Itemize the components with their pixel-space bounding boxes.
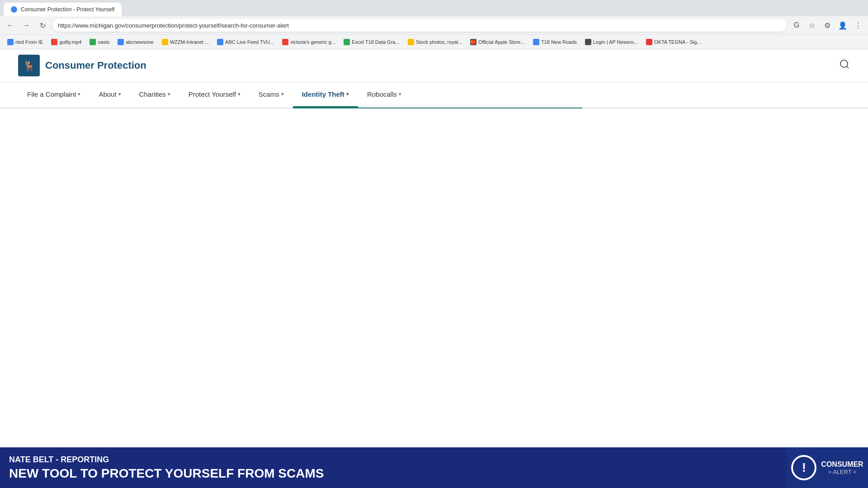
forward-button[interactable]: → xyxy=(20,19,33,32)
bookmark-favicon xyxy=(90,39,96,45)
bookmarks-bar: rted From IE guilty.mp4 oasis abcnewsone… xyxy=(0,34,868,49)
search-button[interactable] xyxy=(839,59,850,72)
bookmark-label: guilty.mp4 xyxy=(59,39,81,45)
bookmark-item[interactable]: Stock photos, royal... xyxy=(404,38,466,47)
nav-label: Scams xyxy=(259,90,279,98)
nav-label: Charities xyxy=(139,90,166,98)
nav-label: Robocalls xyxy=(367,90,397,98)
site-nav: File a Complaint ▾ About ▾ Charities ▾ P… xyxy=(0,82,868,108)
nav-item-charities[interactable]: Charities ▾ xyxy=(130,82,179,108)
bookmark-label: Login | AP Newsro... xyxy=(593,39,638,45)
nav-item-file-a-complaint[interactable]: File a Complaint ▾ xyxy=(18,82,90,108)
bookmark-label: oasis xyxy=(98,39,109,45)
chevron-down-icon: ▾ xyxy=(281,91,284,97)
nav-list: File a Complaint ▾ About ▾ Charities ▾ P… xyxy=(18,82,850,108)
bookmark-item[interactable]: Excel T18 Data Gra... xyxy=(340,38,403,47)
bookmark-label: Stock photos, royal... xyxy=(416,39,462,45)
toolbar-right: G ☆ ⚙ 👤 ⋮ xyxy=(790,19,864,32)
browser-tab-active[interactable]: Consumer Protection - Protect Yourself xyxy=(4,3,122,16)
nav-label: About xyxy=(99,90,116,98)
identity-theft-dropdown: Identity Theft Go to Identity Theft › Pr… xyxy=(293,108,582,108)
bookmark-label: rted From IE xyxy=(15,39,43,45)
bookmark-item[interactable]: rted From IE xyxy=(4,38,47,47)
bookmark-label: Official Apple Store... xyxy=(478,39,525,45)
bookmark-favicon xyxy=(282,39,288,45)
nav-link-file-a-complaint[interactable]: File a Complaint ▾ xyxy=(18,82,90,106)
bookmark-label: T18 New Roads xyxy=(541,39,577,45)
nav-item-identity-theft[interactable]: Identity Theft ▾ Identity Theft Go to Id… xyxy=(293,82,358,108)
bookmark-item[interactable]: oasis xyxy=(86,38,113,47)
bookmark-label: Excel T18 Data Gra... xyxy=(352,39,400,45)
nav-item-robocalls[interactable]: Robocalls ▾ xyxy=(358,82,410,108)
profile-icon[interactable]: 👤 xyxy=(836,19,849,32)
nav-item-protect-yourself[interactable]: Protect Yourself ▾ xyxy=(179,82,250,108)
bookmark-item[interactable]: 🍎 Official Apple Store... xyxy=(467,38,528,47)
site-logo-text: Consumer Protection xyxy=(45,60,146,71)
bookmark-favicon xyxy=(118,39,124,45)
chevron-down-icon: ▾ xyxy=(168,91,170,97)
tab-title: Consumer Protection - Protect Yourself xyxy=(21,6,114,13)
browser-toolbar: ← → ↻ G ☆ ⚙ 👤 ⋮ xyxy=(0,16,868,34)
bookmark-favicon xyxy=(646,39,652,45)
bookmark-favicon xyxy=(344,39,350,45)
nav-item-scams[interactable]: Scams ▾ xyxy=(250,82,293,108)
bookmark-star-icon[interactable]: ☆ xyxy=(806,19,818,32)
bookmark-label: OKTA TEGNA - Sig... xyxy=(654,39,701,45)
menu-icon[interactable]: ⋮ xyxy=(852,19,864,32)
nav-item-about[interactable]: About ▾ xyxy=(90,82,130,108)
bookmark-label: WZZM-Intranet ... xyxy=(170,39,209,45)
tab-favicon xyxy=(11,6,17,13)
michigan-logo-svg: 🦌 xyxy=(21,57,37,74)
bookmark-item[interactable]: guilty.mp4 xyxy=(47,38,85,47)
chevron-down-icon: ▾ xyxy=(78,91,80,97)
nav-label: File a Complaint xyxy=(27,90,76,98)
nav-link-protect-yourself[interactable]: Protect Yourself ▾ xyxy=(179,82,250,106)
bookmark-item[interactable]: ABC Live Feed TVU... xyxy=(213,38,278,47)
browser-chrome: Consumer Protection - Protect Yourself ←… xyxy=(0,0,868,49)
bookmark-favicon: 🍎 xyxy=(470,39,476,45)
svg-point-2 xyxy=(840,60,848,67)
nav-link-identity-theft[interactable]: Identity Theft ▾ xyxy=(293,82,358,108)
chevron-down-icon: ▾ xyxy=(346,91,349,97)
chevron-down-icon: ▾ xyxy=(118,91,121,97)
bookmark-label: ABC Live Feed TVU... xyxy=(225,39,274,45)
svg-text:🦌: 🦌 xyxy=(23,60,36,72)
bookmark-label: abcnewsone xyxy=(126,39,154,45)
browser-tabs: Consumer Protection - Protect Yourself xyxy=(0,0,868,16)
search-icon xyxy=(839,59,850,70)
bookmark-favicon xyxy=(217,39,223,45)
bookmark-favicon xyxy=(51,39,57,45)
nav-link-about[interactable]: About ▾ xyxy=(90,82,130,106)
bookmark-item[interactable]: abcnewsone xyxy=(114,38,157,47)
nav-label: Protect Yourself xyxy=(189,90,236,98)
chevron-down-icon: ▾ xyxy=(238,91,241,97)
nav-link-charities[interactable]: Charities ▾ xyxy=(130,82,179,106)
site-header: 🦌 Consumer Protection xyxy=(0,49,868,82)
refresh-button[interactable]: ↻ xyxy=(36,19,49,32)
google-icon[interactable]: G xyxy=(790,19,803,32)
settings-icon[interactable]: ⚙ xyxy=(821,19,834,32)
bookmark-item[interactable]: WZZM-Intranet ... xyxy=(158,38,212,47)
bookmark-item[interactable]: victoria's generic g... xyxy=(278,38,339,47)
bookmark-item[interactable]: OKTA TEGNA - Sig... xyxy=(642,38,705,47)
bookmark-favicon xyxy=(162,39,168,45)
bookmark-favicon xyxy=(408,39,414,45)
nav-link-robocalls[interactable]: Robocalls ▾ xyxy=(358,82,410,106)
site-logo-icon: 🦌 xyxy=(18,55,40,76)
bookmark-favicon xyxy=(533,39,539,45)
chevron-down-icon: ▾ xyxy=(399,91,401,97)
bookmark-item[interactable]: T18 New Roads xyxy=(529,38,580,47)
bookmark-favicon: AP xyxy=(585,39,591,45)
bookmark-label: victoria's generic g... xyxy=(290,39,335,45)
bookmark-item[interactable]: AP Login | AP Newsro... xyxy=(581,38,642,47)
bookmark-favicon xyxy=(7,39,14,45)
back-button[interactable]: ← xyxy=(4,19,16,32)
site-logo: 🦌 Consumer Protection xyxy=(18,55,146,76)
nav-link-scams[interactable]: Scams ▾ xyxy=(250,82,293,106)
svg-line-3 xyxy=(847,66,849,68)
address-bar[interactable] xyxy=(52,19,787,32)
nav-label: Identity Theft xyxy=(302,90,344,98)
